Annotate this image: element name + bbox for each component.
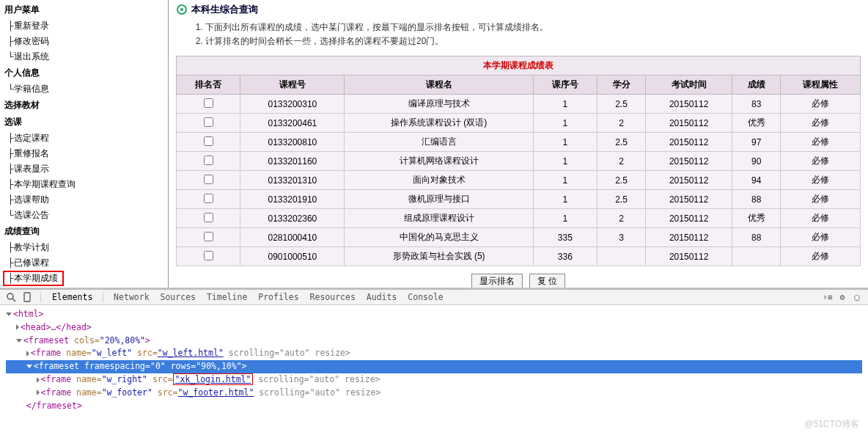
col-header: 成绩 xyxy=(732,76,781,95)
dom-tree[interactable]: <html> <head>…</head> <frameset cols="20… xyxy=(0,305,868,416)
cell-score: 优秀 xyxy=(732,114,781,133)
cell-exam_time: 20150112 xyxy=(645,209,732,228)
sidebar-item[interactable]: ├重新登录 xyxy=(3,18,165,34)
table-row: 0133201160计算机网络课程设计122015011290必修 xyxy=(177,152,861,171)
rank-checkbox[interactable] xyxy=(204,156,213,165)
gear-icon xyxy=(176,4,188,15)
sidebar-item[interactable]: ├修改密码 xyxy=(3,34,165,49)
devtools-toolbar: | Elements | Network Sources Timeline Pr… xyxy=(0,290,868,305)
selected-dom-node[interactable]: <frameset framespacing="0" rows="90%,10%… xyxy=(6,360,862,373)
cell-exam_time: 20150112 xyxy=(645,95,732,114)
search-icon[interactable] xyxy=(6,292,16,302)
devtools-tab[interactable]: Elements xyxy=(49,290,95,304)
grades-table: 本学期课程成绩表 排名否课程号课程名课序号学分考试时间成绩课程属性 013320… xyxy=(176,56,861,266)
col-header: 学分 xyxy=(597,76,646,95)
table-row: 0133201910微机原理与接口12.52015011288必修 xyxy=(177,190,861,209)
cell-credit: 2.5 xyxy=(597,95,646,114)
cell-exam_time: 20150112 xyxy=(645,114,732,133)
devtools-panel: | Elements | Network Sources Timeline Pr… xyxy=(0,288,868,435)
sidebar-group-title: 用户菜单 xyxy=(3,1,165,18)
sidebar-item[interactable]: ├教学计划 xyxy=(3,240,165,255)
cell-course_no: 0133200461 xyxy=(240,114,345,133)
page-title: 本科生综合查询 xyxy=(191,3,258,16)
cell-seq: 1 xyxy=(533,171,597,190)
main-content: 本科生综合查询 下面列出所有课程的成绩，选中某门课程，按最下端的显示排名按钮，可… xyxy=(169,0,868,288)
cell-course_name: 操作系统课程设计 (双语) xyxy=(345,114,533,133)
note-item: 计算排名的时间会稍长一些，选择排名的课程不要超过20门。 xyxy=(205,34,861,48)
svg-line-3 xyxy=(12,299,15,301)
devtools-tab[interactable]: Audits xyxy=(364,290,400,304)
rank-checkbox[interactable] xyxy=(204,117,213,127)
cell-course_name: 组成原理课程设计 xyxy=(345,209,533,228)
cell-exam_time: 20150112 xyxy=(645,228,732,247)
sidebar-item[interactable]: ├本学期课程查询 xyxy=(3,177,165,192)
watermark: @51CTO博客 xyxy=(804,418,859,431)
rank-checkbox[interactable] xyxy=(204,232,213,241)
devtools-tab[interactable]: Network xyxy=(111,290,152,304)
sidebar-item[interactable]: └退出系统 xyxy=(3,49,165,65)
sidebar-item[interactable]: ├已修课程 xyxy=(3,255,165,271)
dock-icon[interactable]: ▢ xyxy=(852,292,862,302)
sidebar-item[interactable]: ├不及格课程 xyxy=(3,286,165,288)
cell-course_name: 计算机网络课程设计 xyxy=(345,152,533,171)
settings-icon[interactable]: ⚙ xyxy=(837,292,847,302)
cell-course_no: 0133200310 xyxy=(240,95,345,114)
sidebar-item[interactable]: ├课表显示 xyxy=(3,161,165,177)
cell-attr: 必修 xyxy=(781,190,861,209)
devtools-tab[interactable]: Resources xyxy=(307,290,358,304)
cell-score: 94 xyxy=(732,171,781,190)
cell-seq: 1 xyxy=(533,95,597,114)
cell-credit: 2.5 xyxy=(597,171,646,190)
notes-list: 下面列出所有课程的成绩，选中某门课程，按最下端的显示排名按钮，可计算成绩排名。 … xyxy=(205,21,861,48)
cell-seq: 1 xyxy=(533,152,597,171)
devtools-tab[interactable]: Profiles xyxy=(255,290,301,304)
col-header: 课程属性 xyxy=(781,76,861,95)
cell-exam_time: 20150112 xyxy=(645,152,732,171)
cell-attr: 必修 xyxy=(781,152,861,171)
device-icon[interactable] xyxy=(22,292,32,302)
sidebar-item[interactable]: ├重修报名 xyxy=(3,146,165,161)
rank-checkbox[interactable] xyxy=(204,136,213,146)
reset-button[interactable]: 复 位 xyxy=(529,274,565,288)
note-item: 下面列出所有课程的成绩，选中某门课程，按最下端的显示排名按钮，可计算成绩排名。 xyxy=(205,21,861,34)
devtools-tab[interactable]: Timeline xyxy=(204,290,250,304)
page-title-bar: 本科生综合查询 xyxy=(176,3,861,16)
sidebar-item[interactable]: └学籍信息 xyxy=(3,81,165,97)
rank-checkbox[interactable] xyxy=(204,251,213,260)
cell-seq: 1 xyxy=(533,133,597,152)
sidebar-item[interactable]: ├本学期成绩 xyxy=(3,271,64,286)
cell-course_name: 微机原理与接口 xyxy=(345,190,533,209)
col-header: 考试时间 xyxy=(645,76,732,95)
devtools-tab[interactable]: Console xyxy=(405,290,446,304)
cell-credit: 2.5 xyxy=(597,190,646,209)
show-rank-button[interactable]: 显示排名 xyxy=(471,274,523,288)
rank-checkbox[interactable] xyxy=(204,175,213,184)
drawer-icon[interactable]: ›≡ xyxy=(823,292,833,302)
sidebar-group-title: 成绩查询 xyxy=(3,223,165,240)
cell-course_no: 0133201310 xyxy=(240,171,345,190)
cell-score: 97 xyxy=(732,133,781,152)
rank-checkbox[interactable] xyxy=(204,98,213,108)
col-header: 课程名 xyxy=(345,76,533,95)
cell-attr: 必修 xyxy=(781,114,861,133)
cell-course_no: 0133201160 xyxy=(240,152,345,171)
sidebar-group-title: 选择教材 xyxy=(3,97,165,114)
cell-score: 88 xyxy=(732,228,781,247)
devtools-tab[interactable]: Sources xyxy=(158,290,199,304)
cell-course_name: 面向对象技术 xyxy=(345,171,533,190)
table-row: 0901000510形势政策与社会实践 (5)33620150112必修 xyxy=(177,247,861,266)
rank-checkbox[interactable] xyxy=(204,213,213,222)
cell-credit: 2.5 xyxy=(597,133,646,152)
cell-seq: 335 xyxy=(533,228,597,247)
rank-checkbox[interactable] xyxy=(204,194,213,203)
cell-attr: 必修 xyxy=(781,209,861,228)
cell-exam_time: 20150112 xyxy=(645,190,732,209)
cell-attr: 必修 xyxy=(781,95,861,114)
svg-point-1 xyxy=(180,8,183,11)
sidebar-item[interactable]: └选课公告 xyxy=(3,208,165,223)
sidebar-group-title: 选课 xyxy=(3,114,165,131)
cell-credit: 2 xyxy=(597,209,646,228)
sidebar-item[interactable]: ├选定课程 xyxy=(3,131,165,146)
table-row: 0133200461操作系统课程设计 (双语)1220150112优秀必修 xyxy=(177,114,861,133)
sidebar-item[interactable]: ├选课帮助 xyxy=(3,192,165,208)
